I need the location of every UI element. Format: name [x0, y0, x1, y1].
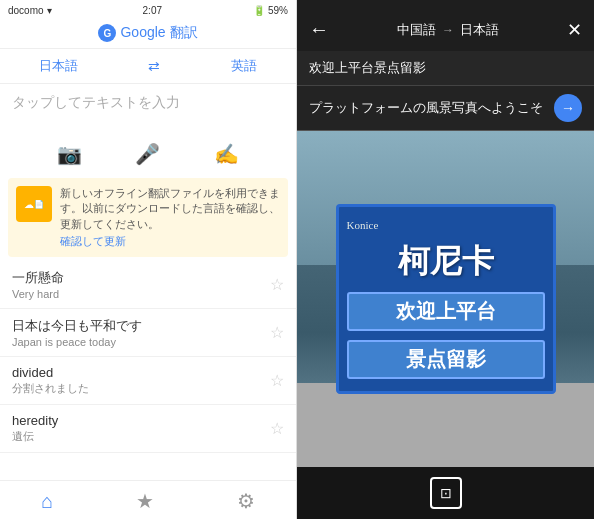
- swap-languages-icon[interactable]: ⇄: [148, 58, 160, 74]
- app-header: G Google 翻訳: [0, 20, 296, 48]
- google-icon: G: [98, 24, 116, 42]
- nav-settings[interactable]: ⚙: [237, 489, 255, 513]
- input-placeholder-text: タップしてテキストを入力: [12, 94, 284, 112]
- notification-link[interactable]: 確認して更新: [60, 234, 280, 249]
- carrier-label: docomo: [8, 5, 44, 16]
- favorite-icon-2[interactable]: ☆: [270, 371, 284, 390]
- back-button[interactable]: ←: [309, 18, 329, 41]
- history-text-1: 日本は今日も平和です Japan is peace today: [12, 317, 270, 348]
- list-item[interactable]: 一所懸命 Very hard ☆: [0, 261, 296, 309]
- list-item[interactable]: 日本は今日も平和です Japan is peace today ☆: [0, 309, 296, 357]
- status-right: 🔋 59%: [253, 5, 288, 16]
- favorite-icon-1[interactable]: ☆: [270, 323, 284, 342]
- history-translated-1: Japan is peace today: [12, 336, 270, 348]
- original-sign-text: 欢迎上平台景点留影: [309, 59, 426, 77]
- sign-row2-text: 景点留影: [406, 348, 486, 370]
- list-item[interactable]: heredity 遺伝 ☆: [0, 405, 296, 453]
- list-item[interactable]: divided 分割されました ☆: [0, 357, 296, 405]
- history-original-0: 一所懸命: [12, 269, 270, 287]
- camera-viewfinder: Konice 柯尼卡 欢迎上平台 景点留影: [297, 131, 594, 467]
- cloud-icon: ☁: [24, 199, 34, 210]
- sign-board: Konice 柯尼卡 欢迎上平台 景点留影: [336, 204, 556, 394]
- status-left: docomo ▾: [8, 5, 52, 16]
- sign-main-text-area: 柯尼卡: [398, 240, 494, 284]
- lang-to-button[interactable]: 英語: [223, 55, 265, 77]
- arrow-right-icon: →: [561, 100, 575, 116]
- battery-level: 59%: [268, 5, 288, 16]
- sign-large-text: 柯尼卡: [398, 240, 494, 284]
- left-panel: docomo ▾ 2:07 🔋 59% G Google 翻訳 日本語 ⇄ 英語…: [0, 0, 297, 519]
- translated-result-bar[interactable]: プラットフォームの風景写真へようこそ →: [297, 86, 594, 131]
- handwrite-input-icon[interactable]: ✍: [214, 142, 239, 166]
- text-input-area[interactable]: タップしてテキストを入力: [0, 84, 296, 134]
- go-to-translation-button[interactable]: →: [554, 94, 582, 122]
- direction-arrow-icon: →: [442, 23, 454, 37]
- translated-result-text: プラットフォームの風景写真へようこそ: [309, 99, 543, 117]
- translate-doc-icon: 📄: [34, 200, 44, 209]
- mic-input-icon[interactable]: 🎤: [135, 142, 160, 166]
- lang-from-button[interactable]: 日本語: [31, 55, 86, 77]
- time-display: 2:07: [143, 5, 162, 16]
- input-mode-icons: 📷 🎤 ✍: [0, 134, 296, 174]
- history-text-3: heredity 遺伝: [12, 413, 270, 444]
- camera-translate-header: ← 中国語 → 日本語 ✕: [297, 0, 594, 51]
- history-original-3: heredity: [12, 413, 270, 428]
- history-text-0: 一所懸命 Very hard: [12, 269, 270, 300]
- history-list: 一所懸命 Very hard ☆ 日本は今日も平和です Japan is pea…: [0, 261, 296, 480]
- favorites-icon: ★: [136, 489, 154, 513]
- history-translated-2: 分割されました: [12, 381, 270, 396]
- source-language: 中国語: [397, 21, 436, 39]
- camera-bottom-bar: ⊡: [297, 467, 594, 519]
- nav-favorites[interactable]: ★: [136, 489, 154, 513]
- history-translated-0: Very hard: [12, 288, 270, 300]
- app-title: Google 翻訳: [120, 24, 197, 42]
- wifi-icon: ▾: [47, 5, 52, 16]
- notification-banner: ☁ 📄 新しいオフライン翻訳ファイルを利用できます。以前にダウンロードした言語を…: [8, 178, 288, 257]
- favorite-icon-0[interactable]: ☆: [270, 275, 284, 294]
- sign-row1-highlighted: 欢迎上平台: [347, 292, 545, 331]
- history-original-1: 日本は今日も平和です: [12, 317, 270, 335]
- app-logo: G Google 翻訳: [98, 24, 197, 42]
- status-bar: docomo ▾ 2:07 🔋 59%: [0, 0, 296, 20]
- notification-content: 新しいオフライン翻訳ファイルを利用できます。以前にダウンロードした言語を確認し、…: [60, 186, 280, 249]
- camera-background: Konice 柯尼卡 欢迎上平台 景点留影: [297, 131, 594, 467]
- bottom-navigation: ⌂ ★ ⚙: [0, 480, 296, 519]
- sign-brand-text: Konice: [347, 219, 379, 231]
- close-button[interactable]: ✕: [567, 19, 582, 41]
- battery-icon: 🔋: [253, 5, 265, 16]
- right-panel: ← 中国語 → 日本語 ✕ 欢迎上平台景点留影 プラットフォームの風景写真へよう…: [297, 0, 594, 519]
- notification-text: 新しいオフライン翻訳ファイルを利用できます。以前にダウンロードした言語を確認し、…: [60, 186, 280, 232]
- scan-icon-symbol: ⊡: [440, 485, 452, 501]
- sign-row1-text: 欢迎上平台: [396, 300, 496, 322]
- nav-home[interactable]: ⌂: [41, 490, 53, 513]
- favorite-icon-3[interactable]: ☆: [270, 419, 284, 438]
- sign-container: Konice 柯尼卡 欢迎上平台 景点留影: [297, 131, 594, 467]
- target-language: 日本語: [460, 21, 499, 39]
- camera-input-icon[interactable]: 📷: [57, 142, 82, 166]
- sign-row2-highlighted: 景点留影: [347, 340, 545, 379]
- notification-icon: ☁ 📄: [16, 186, 52, 222]
- history-original-2: divided: [12, 365, 270, 380]
- home-icon: ⌂: [41, 490, 53, 513]
- history-text-2: divided 分割されました: [12, 365, 270, 396]
- settings-icon: ⚙: [237, 489, 255, 513]
- translation-result-bar: 欢迎上平台景点留影: [297, 51, 594, 86]
- translation-direction: 中国語 → 日本語: [397, 21, 499, 39]
- language-selector-bar[interactable]: 日本語 ⇄ 英語: [0, 48, 296, 84]
- scan-mode-icon[interactable]: ⊡: [430, 477, 462, 509]
- history-translated-3: 遺伝: [12, 429, 270, 444]
